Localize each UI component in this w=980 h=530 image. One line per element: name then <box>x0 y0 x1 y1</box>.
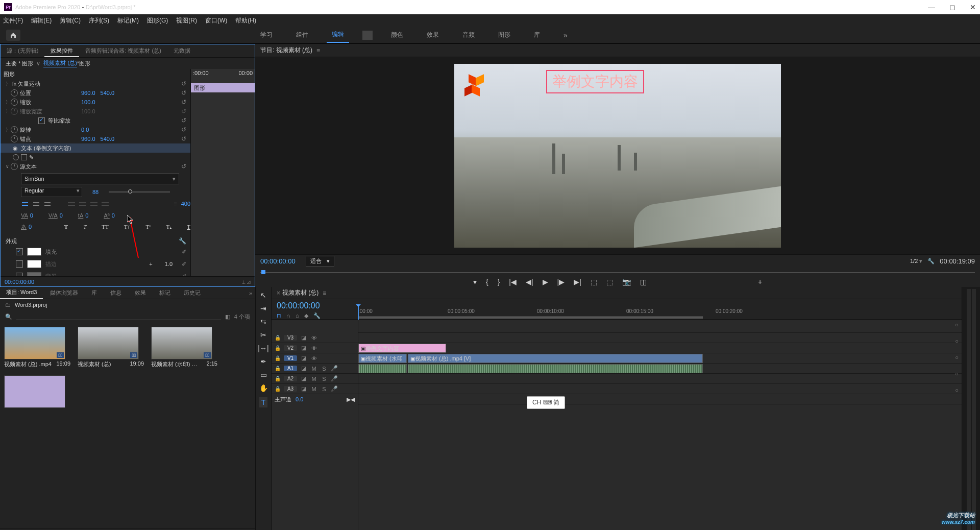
video-clip[interactable]: ▣ 视频素材 (水印 <box>358 354 407 363</box>
close-button[interactable]: ✕ <box>970 3 976 11</box>
menu-marker[interactable]: 标记(M) <box>117 16 139 25</box>
track-v2[interactable]: V2 <box>284 345 297 351</box>
filter-icon[interactable]: ◧ <box>225 314 230 320</box>
ec-clip-link[interactable]: 视频素材 (总) <box>43 59 77 67</box>
graphic-clip[interactable]: ▣ 举例文字内容 <box>358 344 446 353</box>
eye-icon[interactable]: 👁 <box>310 345 317 352</box>
ws-audio[interactable]: 音频 <box>457 28 480 42</box>
menu-edit[interactable]: 编辑(E) <box>31 16 52 25</box>
maximize-button[interactable]: ◻ <box>949 3 955 11</box>
lift-icon[interactable]: ⬚ <box>591 278 597 286</box>
project-grid[interactable]: ▯▯ 视频素材 (总) .mp419:09 ▯▯ 视频素材 (总)19:09 ▯… <box>0 323 255 528</box>
lock-icon[interactable]: 🔒 <box>275 366 281 371</box>
stopwatch-icon[interactable] <box>11 163 18 170</box>
scale-val[interactable]: 100.0 <box>81 99 95 105</box>
justify-full-icon[interactable] <box>101 199 110 208</box>
goto-out-icon[interactable]: ▶| <box>574 278 581 286</box>
selection-tool-icon[interactable]: ↖ <box>260 291 266 299</box>
mark-in-icon[interactable]: { <box>486 278 488 286</box>
ws-library[interactable]: 库 <box>529 28 545 42</box>
anchor-y[interactable]: 540.0 <box>101 136 115 142</box>
stroke-swatch[interactable] <box>27 260 41 268</box>
font-select[interactable]: SimSun <box>21 173 179 184</box>
ws-assembly[interactable]: 组件 <box>291 28 313 42</box>
project-item[interactable]: ▯▯ 视频素材 (总)19:09 <box>78 327 144 368</box>
lock-icon[interactable]: 🔒 <box>275 376 281 381</box>
home-button[interactable] <box>6 30 20 41</box>
menu-help[interactable]: 帮助(H) <box>235 16 256 25</box>
indent-icon[interactable]: ≡ <box>174 201 177 207</box>
toggle-output-icon[interactable]: ◪ <box>300 334 307 342</box>
eyedropper-icon[interactable]: ✐ <box>182 261 186 268</box>
line-height-value[interactable]: 400 <box>181 201 190 207</box>
ec-tab-effect[interactable]: 效果控件 <box>44 44 79 57</box>
reset-icon[interactable]: ↺ <box>181 99 186 106</box>
reset-icon[interactable]: ↺ <box>181 163 186 170</box>
track-v3[interactable]: V3 <box>284 335 297 341</box>
ws-overflow[interactable]: » <box>558 28 573 42</box>
proj-tab-markers[interactable]: 标记 <box>153 287 177 299</box>
toggle-output-icon[interactable]: ◪ <box>300 365 307 372</box>
anchor-x[interactable]: 960.0 <box>81 136 95 142</box>
ws-color[interactable]: 颜色 <box>386 28 408 42</box>
align-left-icon[interactable] <box>21 199 30 208</box>
timeline-timecode[interactable]: 00:00:00:00 <box>277 301 353 310</box>
font-size-slider[interactable] <box>109 191 170 192</box>
step-fwd-icon[interactable]: |▶ <box>557 278 565 286</box>
track-v1[interactable]: V1 <box>284 355 297 361</box>
razor-tool-icon[interactable]: ✂ <box>260 331 266 339</box>
ec-zoom-icon[interactable]: ⟂ ⊿ <box>242 279 251 285</box>
minimize-button[interactable]: — <box>928 3 935 11</box>
ripple-tool-icon[interactable]: ⇆ <box>260 318 266 326</box>
type-tool-icon[interactable]: T <box>259 397 268 407</box>
kerning-val[interactable]: 0 <box>60 212 63 219</box>
timeline-tab[interactable]: 视频素材 (总) <box>282 288 318 297</box>
justify-center-icon[interactable] <box>78 199 87 208</box>
clip-thumbnail[interactable]: ▯▯ <box>4 327 65 359</box>
stopwatch-icon[interactable] <box>11 99 18 106</box>
ec-timecode[interactable]: 00:00:00:00 <box>5 279 34 285</box>
reset-icon[interactable]: ↺ <box>181 89 186 97</box>
lock-icon[interactable]: 🔒 <box>275 345 281 351</box>
ws-edit[interactable]: 编辑 <box>327 27 349 43</box>
play-icon[interactable]: ▶ <box>543 278 548 286</box>
proj-tab-lib[interactable]: 库 <box>85 287 103 299</box>
search-input[interactable] <box>16 313 221 320</box>
mark-out-icon[interactable]: } <box>498 278 500 286</box>
justify-left-icon[interactable] <box>67 199 76 208</box>
proj-tabs-overflow[interactable]: » <box>243 288 255 298</box>
eye-icon[interactable]: 👁 <box>310 334 317 342</box>
pen-tool-icon[interactable]: ✒ <box>260 357 266 366</box>
eye-icon[interactable]: ◉ <box>13 145 18 152</box>
eye-icon[interactable]: 👁 <box>310 355 317 362</box>
clip-thumbnail[interactable]: ▯▯ <box>151 327 212 359</box>
menu-clip[interactable]: 剪辑(C) <box>60 16 81 25</box>
toggle-output-icon[interactable]: ◪ <box>300 345 307 352</box>
ec-tab-mixer[interactable]: 音频剪辑混合器: 视频素材 (总) <box>79 44 167 57</box>
export-frame-icon[interactable]: 📷 <box>622 278 631 286</box>
tsume-val[interactable]: 0 <box>29 224 32 230</box>
italic-icon[interactable]: T <box>83 224 86 230</box>
program-scrubber[interactable] <box>260 268 975 275</box>
menu-file[interactable]: 文件(F) <box>3 16 23 25</box>
ws-effects[interactable]: 效果 <box>422 28 444 42</box>
track-a1[interactable]: A1 <box>284 366 297 371</box>
project-item[interactable]: ▯▯ 视频素材 (水印) …2:15 <box>151 327 217 368</box>
compare-icon[interactable]: ◫ <box>640 278 647 286</box>
proj-tab-effects[interactable]: 效果 <box>129 287 152 299</box>
folder-icon[interactable]: 🗀 <box>5 302 11 308</box>
position-x[interactable]: 960.0 <box>81 90 95 96</box>
zoom-fit-select[interactable]: 适合 <box>306 256 334 267</box>
ws-learn[interactable]: 学习 <box>255 28 278 42</box>
stopwatch-icon[interactable] <box>11 89 18 97</box>
leading-val[interactable]: 0 <box>85 212 88 219</box>
uniform-scale-checkbox[interactable] <box>38 117 45 124</box>
add-marker-icon[interactable]: ▾ <box>473 278 477 286</box>
add-stroke-icon[interactable]: + <box>149 261 152 267</box>
audio-clip[interactable] <box>358 364 407 373</box>
mute-icon[interactable]: M <box>310 365 317 372</box>
stopwatch-icon[interactable] <box>11 135 18 142</box>
playhead-icon[interactable] <box>261 270 265 274</box>
track-a3[interactable]: A3 <box>284 386 297 392</box>
add-marker-icon[interactable]: ◆ <box>304 312 308 319</box>
